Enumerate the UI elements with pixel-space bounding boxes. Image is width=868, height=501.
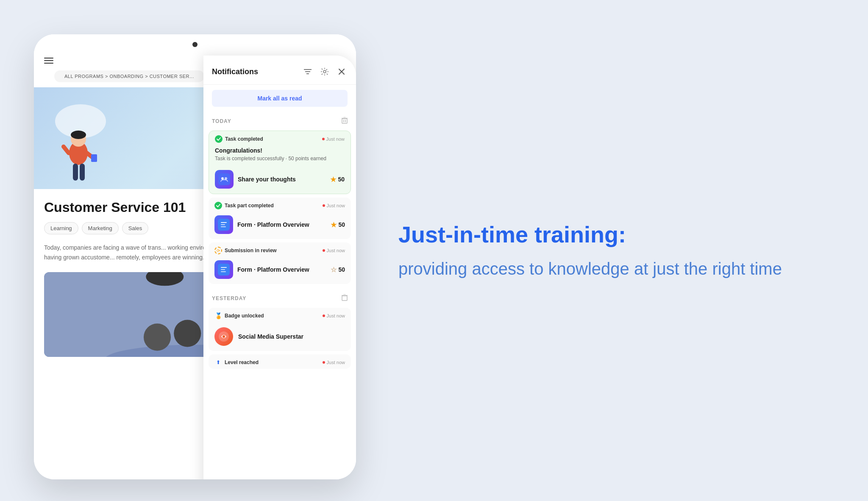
task-completed-label: Task completed bbox=[225, 136, 263, 142]
subheadline: providing access to knowledge at just th… bbox=[398, 258, 817, 280]
star-filled-icon: ★ bbox=[330, 175, 336, 184]
right-content: Just-in-time training: providing access … bbox=[381, 204, 834, 297]
share-thoughts-name: Share your thoughts bbox=[238, 176, 326, 183]
task-thumbnail bbox=[215, 170, 234, 189]
filter-button[interactable] bbox=[302, 66, 314, 78]
svg-rect-3 bbox=[73, 164, 78, 181]
notification-submission[interactable]: ⟳ Submission in review Just now bbox=[209, 242, 351, 284]
form-thumbnail-1 bbox=[214, 215, 233, 234]
form-overview-points-1: ★ 50 bbox=[331, 221, 345, 229]
yesterday-label: YESTERDAY bbox=[212, 295, 246, 301]
breadcrumb[interactable]: ALL PROGRAMS > ONBOARDING > CUSTOMER SER… bbox=[54, 70, 204, 82]
task-part-time: Just now bbox=[323, 203, 345, 208]
svg-point-39 bbox=[221, 177, 224, 180]
unread-dot-badge bbox=[323, 315, 325, 317]
svg-rect-47 bbox=[221, 269, 225, 270]
svg-rect-44 bbox=[221, 226, 226, 227]
badge-icon: 🏅 bbox=[214, 312, 222, 320]
form-overview-task-2[interactable]: Form · Platform Overview ☆ 50 bbox=[209, 257, 351, 284]
headline: Just-in-time training: bbox=[398, 221, 817, 248]
illustration-figure1 bbox=[59, 130, 97, 185]
unread-dot-2 bbox=[323, 204, 325, 207]
review-icon: ⟳ bbox=[214, 247, 222, 254]
level-time: Just now bbox=[323, 360, 345, 365]
level-label: Level reached bbox=[225, 359, 259, 365]
status-left: Task completed bbox=[215, 135, 263, 143]
mark-all-read-button[interactable]: Mark all as read bbox=[212, 90, 348, 107]
tag-marketing[interactable]: Marketing bbox=[82, 222, 119, 234]
check-icon bbox=[215, 135, 223, 143]
form-overview-name-1: Form · Platform Overview bbox=[237, 221, 326, 228]
svg-point-2 bbox=[71, 131, 86, 139]
social-media-name: Social Media Superstar bbox=[238, 333, 303, 340]
submission-time: Just now bbox=[323, 248, 345, 253]
form-thumbnail-2 bbox=[214, 260, 233, 279]
svg-rect-42 bbox=[221, 222, 227, 223]
notification-panel: Notifications bbox=[203, 56, 356, 479]
unread-dot-level bbox=[323, 361, 325, 364]
today-label: TODAY bbox=[212, 118, 231, 124]
svg-point-53 bbox=[223, 335, 225, 338]
main-container: ALL PROGRAMS > ONBOARDING > CUSTOMER SER… bbox=[0, 0, 868, 501]
svg-point-40 bbox=[225, 177, 227, 180]
svg-point-19 bbox=[144, 324, 171, 351]
notification-task-completed[interactable]: Task completed Just now Congratulations!… bbox=[209, 131, 351, 194]
svg-rect-46 bbox=[221, 267, 227, 268]
settings-button[interactable] bbox=[319, 66, 331, 78]
svg-point-30 bbox=[323, 70, 326, 73]
star-outline-icon: ☆ bbox=[331, 266, 337, 274]
device-mockup: ALL PROGRAMS > ONBOARDING > CUSTOMER SER… bbox=[34, 34, 356, 479]
level-icon: ⬆ bbox=[214, 359, 222, 366]
form-overview-points-2: ☆ 50 bbox=[331, 266, 345, 274]
yesterday-section-header: YESTERDAY bbox=[203, 289, 356, 306]
share-thoughts-points: ★ 50 bbox=[330, 175, 345, 184]
notification-badge[interactable]: 🏅 Badge unlocked Just now bbox=[209, 308, 351, 351]
social-media-badge-row[interactable]: Social Media Superstar bbox=[209, 322, 351, 351]
task-completed-status: Task completed Just now bbox=[209, 131, 351, 145]
svg-point-20 bbox=[174, 320, 201, 347]
status-left-sub: ⟳ Submission in review bbox=[214, 247, 277, 254]
task-completed-time: Just now bbox=[322, 136, 345, 142]
form-overview-name-2: Form · Platform Overview bbox=[237, 266, 326, 273]
svg-rect-33 bbox=[342, 119, 347, 123]
task-part-status: Task part completed Just now bbox=[209, 198, 351, 212]
svg-rect-49 bbox=[342, 296, 347, 301]
svg-rect-43 bbox=[221, 224, 225, 225]
congrats-title: Congratulations! bbox=[215, 147, 345, 154]
unread-dot-3 bbox=[323, 249, 325, 252]
congrats-desc: Task is completed successfully · 50 poin… bbox=[215, 155, 345, 162]
hamburger-icon[interactable] bbox=[44, 58, 53, 64]
badge-label: Badge unlocked bbox=[225, 313, 264, 319]
tag-sales[interactable]: Sales bbox=[122, 222, 149, 234]
status-left-level: ⬆ Level reached bbox=[214, 359, 259, 366]
today-delete-icon[interactable] bbox=[342, 117, 348, 125]
badge-circle-icon bbox=[214, 327, 233, 346]
status-left-part: Task part completed bbox=[214, 202, 274, 209]
yesterday-delete-icon[interactable] bbox=[342, 294, 348, 303]
close-button[interactable] bbox=[336, 66, 348, 78]
submission-label: Submission in review bbox=[225, 248, 277, 253]
task-completed-detail: Congratulations! Task is completed succe… bbox=[209, 145, 351, 167]
notification-level[interactable]: ⬆ Level reached Just now bbox=[209, 354, 351, 369]
svg-rect-7 bbox=[91, 154, 97, 162]
share-thoughts-task[interactable]: Share your thoughts ★ 50 bbox=[209, 167, 351, 194]
check-part-icon bbox=[214, 202, 222, 209]
notification-task-part[interactable]: Task part completed Just now bbox=[209, 198, 351, 239]
level-status: ⬆ Level reached Just now bbox=[209, 354, 351, 369]
unread-dot bbox=[322, 138, 325, 140]
notifications-title: Notifications bbox=[212, 67, 297, 76]
svg-rect-48 bbox=[221, 271, 226, 272]
svg-rect-4 bbox=[80, 164, 85, 181]
submission-status: ⟳ Submission in review Just now bbox=[209, 242, 351, 257]
form-overview-task-1[interactable]: Form · Platform Overview ★ 50 bbox=[209, 212, 351, 239]
star-filled-icon-2: ★ bbox=[331, 221, 337, 229]
svg-line-5 bbox=[64, 147, 69, 153]
notif-header: Notifications bbox=[203, 56, 356, 85]
tag-learning[interactable]: Learning bbox=[44, 222, 78, 234]
badge-time: Just now bbox=[323, 313, 345, 318]
today-section-header: TODAY bbox=[203, 112, 356, 129]
badge-status: 🏅 Badge unlocked Just now bbox=[209, 308, 351, 322]
svg-rect-38 bbox=[218, 173, 230, 185]
status-left-badge: 🏅 Badge unlocked bbox=[214, 312, 264, 320]
task-part-label: Task part completed bbox=[225, 203, 274, 209]
